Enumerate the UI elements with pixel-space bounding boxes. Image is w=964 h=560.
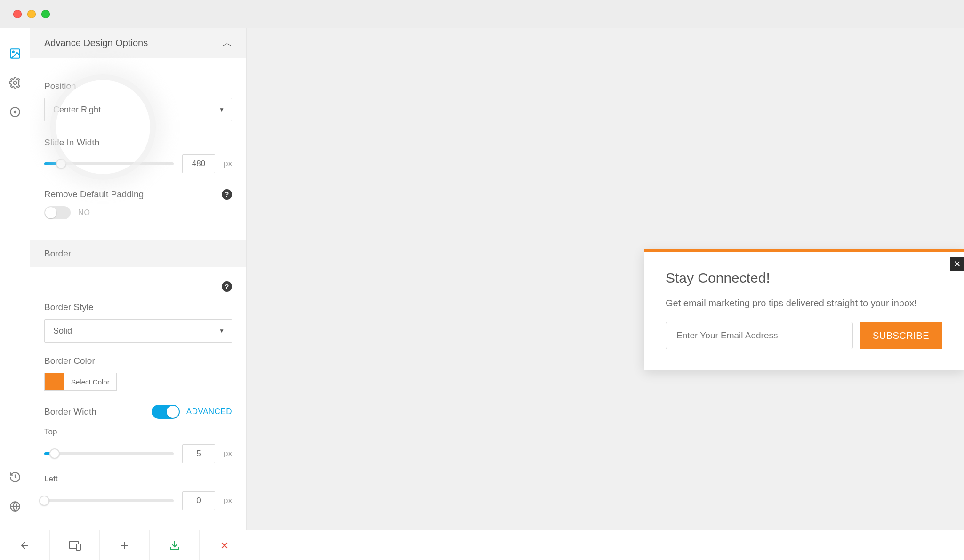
options-sidebar: Advance Design Options ︿ Position Center… bbox=[30, 28, 247, 560]
chevron-up-icon: ︿ bbox=[223, 37, 232, 49]
gear-icon[interactable] bbox=[8, 76, 22, 89]
border-section-heading: Border bbox=[30, 240, 246, 267]
add-button[interactable] bbox=[100, 530, 150, 560]
remove-padding-toggle[interactable] bbox=[44, 206, 71, 219]
svg-point-3 bbox=[10, 107, 20, 117]
slidein-width-label: Slide In Width bbox=[44, 137, 232, 148]
color-swatch[interactable] bbox=[44, 373, 64, 391]
border-top-input[interactable] bbox=[182, 444, 215, 463]
popup-description: Get email marketing pro tips delivered s… bbox=[666, 296, 942, 310]
border-width-label: Border Width bbox=[44, 407, 96, 417]
select-color-button[interactable]: Select Color bbox=[64, 373, 117, 391]
window-minimize-button[interactable] bbox=[27, 10, 36, 18]
border-style-select[interactable]: Solid bbox=[44, 319, 232, 343]
svg-rect-7 bbox=[76, 544, 80, 550]
tool-rail bbox=[0, 28, 30, 560]
history-icon[interactable] bbox=[8, 471, 22, 484]
border-left-input[interactable] bbox=[182, 491, 215, 510]
window-titlebar bbox=[0, 0, 964, 28]
responsive-button[interactable] bbox=[50, 530, 100, 560]
position-select[interactable]: Center Right bbox=[44, 98, 232, 121]
svg-point-4 bbox=[14, 111, 16, 113]
border-style-label: Border Style bbox=[44, 302, 232, 312]
close-icon[interactable]: ✕ bbox=[950, 257, 964, 271]
image-icon[interactable] bbox=[8, 47, 22, 60]
slidein-preview: ✕ Stay Connected! Get email marketing pr… bbox=[644, 249, 964, 370]
email-field[interactable] bbox=[666, 322, 853, 349]
subscribe-button[interactable]: SUBSCRIBE bbox=[860, 322, 942, 349]
section-title: Advance Design Options bbox=[44, 38, 148, 48]
bottom-toolbar bbox=[0, 530, 964, 560]
position-label: Position bbox=[44, 81, 232, 91]
border-left-slider[interactable] bbox=[44, 499, 174, 502]
window-close-button[interactable] bbox=[13, 10, 22, 18]
svg-point-1 bbox=[12, 51, 14, 53]
help-icon[interactable]: ? bbox=[222, 189, 232, 200]
section-advance-design[interactable]: Advance Design Options ︿ bbox=[30, 28, 246, 58]
slidein-width-input[interactable] bbox=[182, 154, 215, 173]
border-top-label: Top bbox=[44, 427, 232, 437]
unit-label: px bbox=[224, 159, 232, 168]
globe-icon[interactable] bbox=[8, 500, 22, 513]
save-button[interactable] bbox=[150, 530, 200, 560]
remove-padding-label: Remove Default Padding bbox=[44, 189, 144, 200]
preview-canvas: ✕ Stay Connected! Get email marketing pr… bbox=[247, 28, 964, 560]
border-color-label: Border Color bbox=[44, 356, 232, 366]
toggle-off-label: NO bbox=[78, 208, 90, 217]
border-top-slider[interactable] bbox=[44, 452, 174, 455]
border-heading-text: Border bbox=[44, 248, 71, 259]
svg-point-2 bbox=[13, 81, 16, 85]
slidein-width-slider[interactable] bbox=[44, 162, 174, 165]
unit-label: px bbox=[224, 449, 232, 458]
help-icon[interactable]: ? bbox=[222, 281, 232, 292]
back-button[interactable] bbox=[0, 530, 50, 560]
advanced-toggle[interactable] bbox=[152, 405, 180, 419]
border-left-label: Left bbox=[44, 474, 232, 484]
window-zoom-button[interactable] bbox=[41, 10, 50, 18]
target-icon[interactable] bbox=[8, 105, 22, 119]
popup-title: Stay Connected! bbox=[666, 270, 942, 286]
cancel-button[interactable] bbox=[200, 530, 249, 560]
advanced-label: ADVANCED bbox=[186, 407, 232, 416]
unit-label: px bbox=[224, 496, 232, 505]
